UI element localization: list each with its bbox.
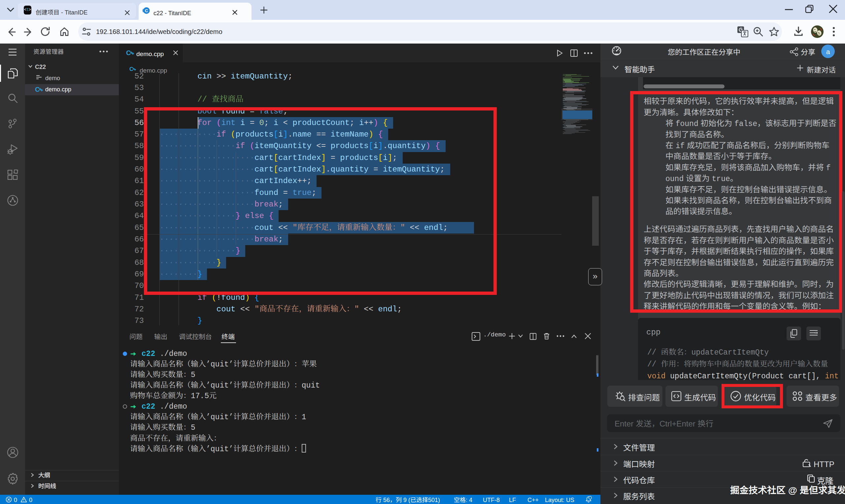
svg-text:C: C (145, 8, 148, 13)
